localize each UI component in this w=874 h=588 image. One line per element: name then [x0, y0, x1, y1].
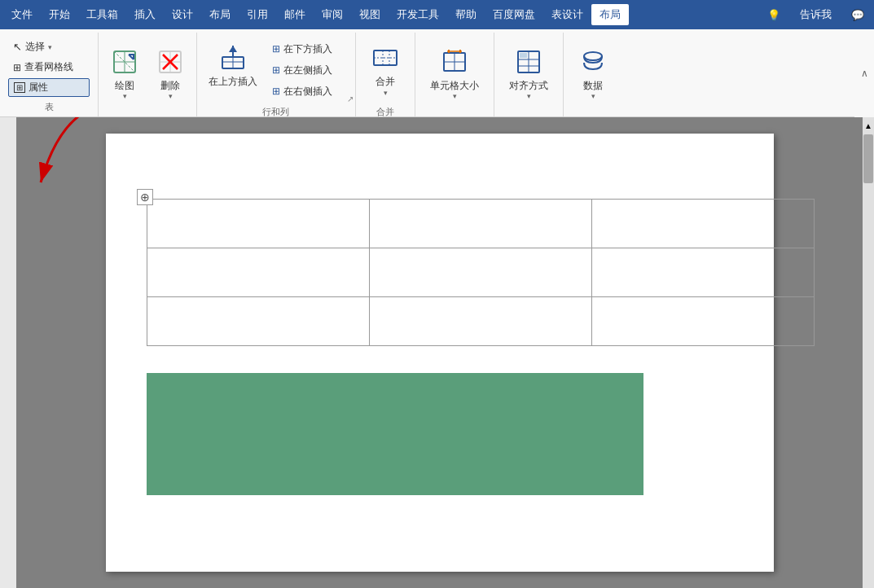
menubar-right: 💡 告诉我 💬: [761, 4, 871, 25]
insert-above-button[interactable]: 在上方插入 ▾: [202, 37, 264, 103]
merge-arrow: ▾: [384, 89, 388, 97]
table-cell[interactable]: [591, 297, 814, 346]
svg-rect-29: [520, 53, 527, 58]
table-cell[interactable]: [147, 297, 369, 346]
ribbon-section-align: 对齐方式 ▾: [494, 33, 564, 116]
menu-review[interactable]: 审阅: [314, 4, 351, 25]
ribbon-section-cellsize: 单元格大小 ▾: [415, 33, 494, 116]
menu-help[interactable]: 帮助: [447, 4, 485, 25]
table-move-handle[interactable]: ⊕: [137, 189, 153, 205]
insert-right-button[interactable]: ⊞ 在右侧插入: [267, 82, 349, 101]
menu-layout1[interactable]: 布局: [201, 4, 239, 25]
menu-view[interactable]: 视图: [351, 4, 389, 25]
ribbon: ↖ 选择 ▾ ⊞ 查看网格线 ⊞ 属性 表: [0, 29, 874, 117]
draw-label: 绘图: [115, 80, 134, 91]
menu-home[interactable]: 开始: [41, 4, 78, 25]
align-arrow: ▾: [527, 92, 531, 100]
merge-label: 合并: [376, 76, 395, 87]
insert-expand-icon[interactable]: ↗: [347, 94, 354, 103]
select-label: 选择: [25, 40, 45, 54]
insert-below-label: 在下方插入: [283, 42, 332, 56]
ribbon-section-draw: 绘图 ▾ 删除 ▾: [99, 33, 197, 116]
data-button[interactable]: 数据 ▾: [572, 42, 614, 107]
draw-button[interactable]: 绘图 ▾: [103, 42, 146, 107]
table-row: [147, 200, 814, 248]
align-icon: [514, 47, 543, 77]
properties-label: 属性: [29, 81, 48, 94]
scroll-thumb[interactable]: [863, 134, 873, 183]
insert-below-icon: ⊞: [272, 43, 280, 55]
document-page: ⊕: [106, 134, 774, 572]
lightbulb-btn[interactable]: 💡: [761, 6, 787, 24]
table-cell[interactable]: [147, 200, 369, 248]
ribbon-section-merge: 合并 ▾ 合并: [356, 33, 415, 116]
menu-table-design[interactable]: 表设计: [543, 4, 591, 25]
ribbon-section-table: ↖ 选择 ▾ ⊞ 查看网格线 ⊞ 属性 表: [0, 33, 99, 116]
tell-me-btn[interactable]: 告诉我: [793, 4, 838, 25]
document-table: [147, 199, 815, 346]
menu-layout-active[interactable]: 布局: [591, 4, 629, 25]
ribbon-section-data: 数据 ▾: [564, 33, 622, 116]
left-ruler: [0, 117, 16, 588]
select-arrow: ▾: [48, 43, 52, 51]
cellsize-button[interactable]: 单元格大小 ▾: [424, 42, 485, 107]
image-placeholder: [147, 373, 643, 495]
table-cell[interactable]: [369, 200, 591, 248]
menu-mail[interactable]: 邮件: [276, 4, 314, 25]
insert-right-label: 在右侧插入: [283, 85, 332, 99]
insert-left-label: 在左侧插入: [283, 64, 332, 77]
document-wrap: ⊕: [16, 117, 863, 588]
comment-btn[interactable]: 💬: [845, 6, 871, 24]
delete-arrow: ▾: [169, 92, 173, 100]
scroll-up-button[interactable]: ▲: [863, 117, 874, 134]
content-area: ⊕: [0, 117, 874, 588]
draw-icon: [110, 47, 139, 77]
right-scrollbar[interactable]: ▲: [863, 117, 874, 588]
cellsize-label: 单元格大小: [430, 80, 479, 91]
merge-button[interactable]: 合并 ▾: [364, 37, 406, 103]
select-button[interactable]: ↖ 选择 ▾: [8, 37, 90, 56]
grid-icon: ⊞: [13, 62, 21, 73]
menu-reference[interactable]: 引用: [239, 4, 276, 25]
table-cell[interactable]: [147, 248, 369, 297]
properties-icon: ⊞: [14, 82, 25, 93]
align-label: 对齐方式: [509, 80, 548, 91]
svg-point-30: [584, 52, 602, 60]
table-cell[interactable]: [369, 297, 591, 346]
table-section-label: 表: [45, 98, 54, 115]
menu-design[interactable]: 设计: [164, 4, 201, 25]
delete-button[interactable]: 删除 ▾: [149, 42, 191, 107]
arrow-annotation: [16, 117, 122, 226]
menu-developer[interactable]: 开发工具: [389, 4, 447, 25]
view-gridlines-label: 查看网格线: [24, 60, 73, 74]
table-btns-row: ↖ 选择 ▾ ⊞ 查看网格线 ⊞ 属性: [8, 37, 90, 98]
view-gridlines-button[interactable]: ⊞ 查看网格线: [8, 58, 90, 77]
data-icon: [578, 47, 608, 77]
menu-toolbox[interactable]: 工具箱: [78, 4, 126, 25]
insert-left-icon: ⊞: [272, 64, 280, 76]
properties-button[interactable]: ⊞ 属性: [8, 78, 90, 97]
insert-above-icon: [218, 43, 248, 72]
insert-right-icon: ⊞: [272, 86, 280, 97]
table-container: ⊕: [147, 199, 815, 346]
table-row: [147, 248, 814, 297]
align-button[interactable]: 对齐方式 ▾: [503, 42, 555, 107]
menu-file[interactable]: 文件: [3, 4, 41, 25]
delete-label: 删除: [160, 80, 180, 91]
merge-icon: [371, 43, 400, 72]
menu-baidu[interactable]: 百度网盘: [485, 4, 543, 25]
insert-below-button[interactable]: ⊞ 在下方插入: [267, 40, 349, 59]
cellsize-arrow: ▾: [453, 92, 457, 100]
table-row: [147, 297, 814, 346]
draw-arrow: ▾: [123, 92, 127, 100]
menubar: 文件 开始 工具箱 插入 设计 布局 引用 邮件 审阅 视图 开发工具 帮助 百…: [0, 0, 874, 29]
data-label: 数据: [583, 80, 603, 91]
cellsize-icon: [440, 47, 469, 77]
insert-left-button[interactable]: ⊞ 在左侧插入: [267, 61, 349, 80]
menu-insert[interactable]: 插入: [126, 4, 164, 25]
table-cell[interactable]: [369, 248, 591, 297]
ribbon-collapse-button[interactable]: ∧: [854, 29, 874, 117]
collapse-icon: ∧: [861, 68, 868, 79]
table-cell[interactable]: [591, 248, 814, 297]
table-cell[interactable]: [591, 200, 814, 248]
